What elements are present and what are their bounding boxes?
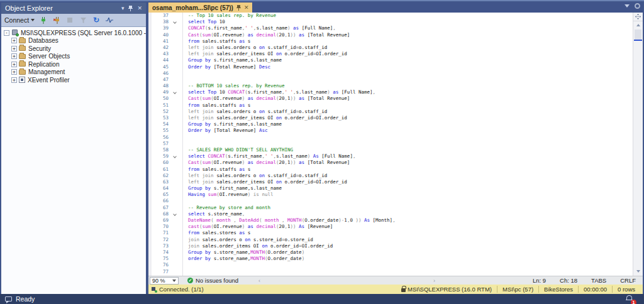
code-line[interactable]: 42left join sales.orders o on s.staff_id…	[152, 45, 633, 51]
code-line[interactable]: 65Having sum(OI.revenue) is null	[152, 192, 633, 198]
fold-margin	[169, 77, 182, 83]
code-line[interactable]: 46	[152, 70, 633, 77]
bell-icon	[626, 295, 632, 300]
code-line[interactable]: 68select s.store_name,	[152, 211, 633, 217]
column-indicator: Ch: 18	[553, 277, 584, 284]
activity-monitor-icon[interactable]	[105, 16, 114, 24]
fold-margin	[169, 243, 182, 249]
code-line[interactable]: 47	[152, 77, 633, 83]
expander-icon[interactable]: -	[4, 30, 9, 36]
connect-button[interactable]: Connect	[4, 16, 35, 24]
expander-icon[interactable]: +	[11, 77, 17, 83]
line-number: 71	[152, 230, 169, 236]
window-position-icon[interactable]: ▾	[121, 5, 125, 11]
code-line[interactable]: 37-- Top 10 sales rep. by Revenue	[152, 13, 633, 19]
tree-item-databases[interactable]: +Databases	[1, 37, 146, 45]
fold-margin[interactable]	[169, 211, 182, 217]
splitter-handle-icon[interactable]	[633, 13, 643, 21]
pin-icon[interactable]	[128, 6, 133, 11]
code-line[interactable]: 64Group by s.first_name,s.last_name	[152, 185, 633, 192]
disconnect-server-icon[interactable]	[52, 16, 61, 24]
code-line[interactable]: 61from sales.staffs as s	[152, 166, 633, 173]
code-line[interactable]: 77	[152, 269, 633, 275]
hscroll-left-arrow[interactable]: ‹	[258, 278, 260, 284]
fold-margin[interactable]	[169, 153, 182, 160]
code-line[interactable]: 39CONCAT(s.first_name,' ',s.last_name) a…	[152, 25, 633, 31]
code-line[interactable]: 62left join sales.orders o on s.staff_id…	[152, 173, 633, 179]
collapse-icon	[173, 155, 177, 158]
line-number: 52	[152, 109, 169, 115]
fold-margin	[169, 51, 182, 57]
code-line[interactable]: 75order by s.store_name,MONTH(O.order_da…	[152, 256, 633, 262]
fold-margin	[169, 217, 182, 224]
code-line[interactable]: 50Cast(sum(OI.revenue) as decimal(20,1))…	[152, 95, 633, 102]
code-line[interactable]: 58-- SALES REP WHO DIDN'T SELL ANYTHING	[152, 147, 633, 153]
connect-server-icon[interactable]	[39, 16, 48, 24]
scroll-up-arrow[interactable]	[633, 21, 643, 29]
pin-icon[interactable]	[236, 5, 241, 11]
expander-icon[interactable]: +	[11, 38, 17, 43]
hscroll-right-arrow[interactable]: ›	[433, 278, 435, 284]
close-icon[interactable]: ✕	[244, 4, 249, 11]
code-line[interactable]: 63left join sales.order_items OI on o.or…	[152, 179, 633, 185]
close-icon[interactable]: ✕	[137, 5, 142, 11]
tree-item-xevent-profiler[interactable]: +XEvent Profiler	[1, 76, 146, 84]
code-line[interactable]: 38select Top 10	[152, 19, 633, 25]
line-number: 66	[152, 198, 169, 204]
code-line[interactable]: 57	[152, 141, 633, 147]
code-line[interactable]: 43left join sales.order_items OI on o.or…	[152, 51, 633, 57]
code-line[interactable]: 53left join sales.order_items OI on o.or…	[152, 115, 633, 121]
vertical-scrollbar[interactable]	[633, 13, 643, 276]
code-line[interactable]: 69DateName( month , DateAdd( month , MON…	[152, 217, 633, 224]
code-line[interactable]: 74Group by s.store_name,MONTH(O.order_da…	[152, 249, 633, 256]
database-name: BikeStores	[538, 286, 578, 293]
code-line[interactable]: 71from sales.stores as s	[152, 230, 633, 236]
code-line[interactable]: 59select CONCAT(s.first_name,' ',s.last_…	[152, 153, 633, 160]
code-line[interactable]: 56	[152, 134, 633, 141]
fold-margin	[169, 102, 182, 109]
code-area[interactable]: 37-- Top 10 sales rep. by Revenue38selec…	[152, 13, 633, 276]
code-line[interactable]: 41from sales.staffs as s	[152, 38, 633, 45]
code-line[interactable]: 76	[152, 262, 633, 268]
line-number: 44	[152, 57, 169, 63]
tree-item-management[interactable]: +Management	[1, 68, 146, 77]
zoom-select[interactable]: 90 %	[150, 277, 179, 285]
tree-item-security[interactable]: +Security	[1, 45, 146, 53]
code-line[interactable]: 52left join sales.orders o on s.staff_id…	[152, 109, 633, 115]
notifications-button[interactable]: 1	[625, 295, 634, 303]
options-icon[interactable]	[635, 3, 640, 9]
document-tab[interactable]: osama_moham...SI\pc (57)) ✕	[148, 3, 252, 13]
refresh-icon[interactable]: ↻	[92, 16, 101, 24]
code-line[interactable]: 49select Top 10 CONCAT(s.first_name,' ',…	[152, 89, 633, 95]
code-line[interactable]: 51from sales.staffs as s	[152, 102, 633, 109]
expander-icon[interactable]: +	[11, 62, 17, 67]
code-line[interactable]: 54Group by s.first_name,s.last_name	[152, 121, 633, 128]
tree-item-server-objects[interactable]: +Server Objects	[1, 53, 146, 61]
code-line[interactable]: 55Order by [Total Revenue] Asc	[152, 128, 633, 134]
code-line[interactable]: 48-- BOTTOM 10 sales rep. by Revenue	[152, 83, 633, 89]
line-number: 63	[152, 179, 169, 185]
code-line[interactable]: 70cast(sum(OI.revenue) as decimal(20,1))…	[152, 224, 633, 230]
code-line[interactable]: 45Order by [Total Revenue] Desc	[152, 64, 633, 70]
scroll-down-arrow[interactable]	[633, 268, 643, 275]
expander-icon[interactable]: +	[11, 53, 17, 59]
tree-item-server[interactable]: -MSI\SQLEXPRESS (SQL Server 16.0.1000 - …	[1, 29, 146, 37]
code-line[interactable]: 44Group by s.first_name,s.last_name	[152, 57, 633, 63]
editor-surface[interactable]: 37-- Top 10 sales rep. by Revenue38selec…	[148, 13, 643, 276]
document-list-dropdown-icon[interactable]	[625, 4, 630, 8]
code-line[interactable]: 66	[152, 198, 633, 204]
code-line[interactable]: 60Cast(sum(OI.revenue) as decimal(20,1))…	[152, 160, 633, 166]
line-number: 58	[152, 147, 169, 153]
expander-icon[interactable]: +	[11, 46, 17, 52]
tree-item-replication[interactable]: +Replication	[1, 60, 146, 68]
health-indicator[interactable]: ✓ No issues found	[187, 277, 238, 284]
expander-icon[interactable]: +	[11, 69, 17, 75]
code-line[interactable]: 40Cast(sum(OI.revenue) as decimal(20,1))…	[152, 32, 633, 38]
code-line[interactable]: 67-- Revenue by store and month	[152, 205, 633, 211]
code-line[interactable]: 73join sales.order_items OI on o.order_i…	[152, 243, 633, 249]
scrollbar-thumb[interactable]	[635, 30, 641, 40]
fold-margin	[169, 32, 182, 38]
fold-margin[interactable]	[169, 89, 182, 95]
code-line[interactable]: 72join sales.orders o on s.store_id=o.st…	[152, 237, 633, 243]
fold-margin[interactable]	[169, 19, 182, 25]
